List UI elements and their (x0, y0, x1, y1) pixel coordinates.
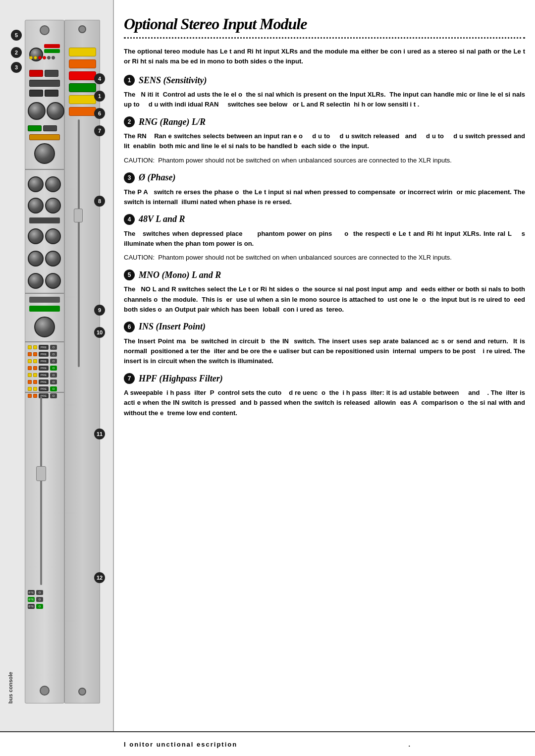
section-6-title: INS (Insert Point) (139, 322, 206, 332)
section-1-heading: 1 SENS (Sensitivity) (124, 75, 525, 86)
section-2-caution: CAUTION: Phantom power should not be swi… (124, 156, 525, 165)
section-5-body: The NO L and R switches select the Le t … (124, 284, 525, 314)
section-4-num: 4 (124, 214, 135, 225)
label-6: 6 (94, 108, 105, 119)
hpf-knob (34, 143, 55, 164)
knob-2 (47, 102, 64, 120)
footer-left: I onitor unctional escription (124, 741, 237, 748)
section-6-num: 6 (124, 322, 135, 332)
section-5-heading: 5 MNO (Mono) L and R (124, 270, 525, 280)
label-8: 8 (94, 196, 105, 207)
intro-paragraph: The optional tereo module has Le t and R… (124, 47, 525, 66)
section-4-title: 48V L and R (139, 214, 185, 224)
section-6-body: The Insert Point ma be switched in circu… (124, 336, 525, 366)
label-3: 3 (11, 62, 22, 73)
eq-knob-1 (28, 176, 44, 192)
section-2-body: The RN Ran e switches selects between an… (124, 131, 525, 151)
knob-7 (28, 251, 44, 267)
channel-strip (64, 20, 100, 703)
knob-5 (28, 228, 44, 244)
section-1-num: 1 (124, 75, 135, 86)
bus-console-label: bus console (7, 672, 13, 703)
label-10: 10 (94, 327, 105, 338)
label-1: 1 (94, 91, 105, 102)
pan-knob (34, 317, 55, 337)
section-5-title: MNO (Mono) L and R (139, 270, 221, 280)
hardware-panel: PRE O PRE O PRE O PR (0, 0, 114, 733)
section-7-num: 7 (124, 373, 135, 384)
label-9: 9 (94, 305, 105, 316)
section-1-body: The N iti it Control ad usts the le el o… (124, 90, 525, 109)
main-content: Optional Stereo Input Module The optiona… (124, 15, 525, 726)
knob-6 (45, 228, 61, 244)
knob-10 (45, 273, 61, 289)
section-3-body: The P A switch re erses the phase o the … (124, 187, 525, 207)
section-6-heading: 6 INS (Insert Point) (124, 322, 525, 332)
label-5: 5 (11, 30, 22, 41)
page-title: Optional Stereo Input Module (124, 15, 525, 33)
hardware-strip: PRE O PRE O PRE O PR (25, 20, 64, 703)
section-1-title: SENS (Sensitivity) (139, 75, 207, 86)
section-4-heading: 4 48V L and R (124, 214, 525, 225)
footer-right: . (408, 741, 411, 748)
label-7: 7 (94, 125, 105, 136)
section-5-num: 5 (124, 270, 135, 280)
section-4-caution: CAUTION: Phantom power should not be swi… (124, 253, 525, 263)
section-3-heading: 3 Ø (Phase) (124, 172, 525, 183)
section-3-num: 3 (124, 172, 135, 183)
section-2-num: 2 (124, 116, 135, 127)
section-2-heading: 2 RNG (Range) L/R (124, 116, 525, 127)
eq-knob-4 (45, 198, 61, 214)
knob-1 (28, 102, 46, 120)
section-7-title: HPF (Highpass Filter) (139, 374, 223, 384)
knob-9 (28, 273, 44, 289)
section-4-body: The switches when depressed place phanto… (124, 229, 525, 249)
section-3-title: Ø (Phase) (139, 172, 176, 183)
label-11: 11 (94, 429, 105, 439)
eq-knob-3 (28, 198, 44, 214)
title-separator (124, 37, 525, 39)
section-7-heading: 7 HPF (Highpass Filter) (124, 373, 525, 384)
label-2: 2 (11, 47, 22, 58)
label-4: 4 (94, 73, 105, 84)
section-2-title: RNG (Range) L/R (139, 117, 206, 127)
eq-knob-2 (45, 176, 61, 192)
label-12: 12 (94, 572, 105, 583)
knob-8 (45, 251, 61, 267)
footer: I onitor unctional escription . (0, 731, 535, 756)
section-7-body: A sweepable i h pass ilter P control set… (124, 388, 525, 418)
